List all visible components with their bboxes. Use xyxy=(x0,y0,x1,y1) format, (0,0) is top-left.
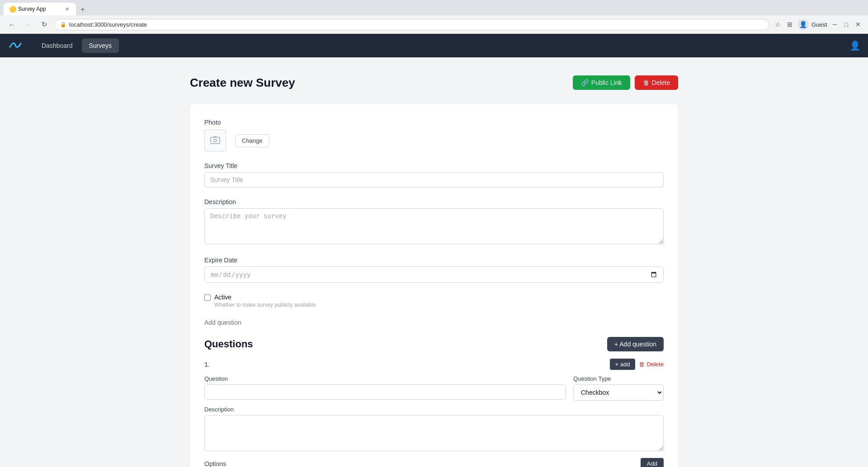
question-add-sm-button[interactable]: + add xyxy=(610,359,636,370)
profile-icon: 👤 xyxy=(798,19,809,30)
photo-preview xyxy=(204,130,226,151)
question-type-select[interactable]: Text Select Radio Checkbox Textarea xyxy=(573,384,664,401)
close-window-button[interactable]: ✕ xyxy=(854,19,863,30)
page-header: Create new Survey 🔗 Public Link 🗑 Delete xyxy=(190,75,678,90)
tab-favicon: 🟡 xyxy=(9,6,15,12)
svg-point-1 xyxy=(214,139,217,142)
browser-actions: ☆ ⊞ xyxy=(773,19,794,30)
nav-surveys[interactable]: Surveys xyxy=(82,38,119,53)
address-text: localhost:3000/surveys/create xyxy=(69,21,147,28)
svg-rect-0 xyxy=(211,137,220,144)
options-label: Options xyxy=(204,460,226,467)
question-description-label: Description xyxy=(204,406,664,413)
nav-user-icon[interactable]: 👤 xyxy=(849,40,861,51)
survey-title-input[interactable] xyxy=(204,172,664,187)
questions-section: Questions + Add question 1. + add 🗑 Dele… xyxy=(204,337,664,467)
active-checkbox[interactable] xyxy=(204,294,211,301)
active-checkbox-row: Active Whether to make survey publicly a… xyxy=(204,294,664,308)
form-card: Photo Change Survey Title Description xyxy=(190,104,678,467)
active-label-group: Active Whether to make survey publicly a… xyxy=(214,294,316,308)
change-photo-button[interactable]: Change xyxy=(235,134,269,147)
survey-title-section: Survey Title xyxy=(204,162,664,187)
questions-title: Questions xyxy=(204,338,253,350)
app-nav: Dashboard Surveys 👤 xyxy=(0,34,868,57)
maximize-button[interactable]: □ xyxy=(843,19,850,30)
active-section: Active Whether to make survey publicly a… xyxy=(204,294,664,308)
question-description-textarea[interactable] xyxy=(204,415,664,451)
question-fields-row: Question Question Type Text Select Radio… xyxy=(204,375,664,401)
back-button[interactable]: ← xyxy=(5,18,18,31)
description-section: Description xyxy=(204,198,664,246)
question-type-label: Question Type xyxy=(573,375,664,382)
add-option-button[interactable]: Add xyxy=(641,458,664,467)
question-description-group: Description xyxy=(204,406,664,453)
expire-date-input[interactable] xyxy=(204,266,664,283)
nav-dashboard[interactable]: Dashboard xyxy=(34,38,80,53)
nav-links: Dashboard Surveys xyxy=(34,38,849,53)
expire-date-section: Expire Date xyxy=(204,257,664,283)
description-textarea[interactable] xyxy=(204,208,664,244)
expire-date-label: Expire Date xyxy=(204,257,664,264)
public-link-button[interactable]: 🔗 Public Link xyxy=(573,75,630,90)
question-input[interactable] xyxy=(204,384,566,400)
photo-row: Change xyxy=(204,130,664,151)
profile-area[interactable]: 👤 Guest xyxy=(798,19,827,30)
add-question-link[interactable]: Add question xyxy=(204,319,241,326)
questions-header: Questions + Add question xyxy=(204,337,664,351)
photo-section: Photo Change xyxy=(204,119,664,151)
minimize-button[interactable]: ─ xyxy=(831,19,839,30)
browser-chrome: 🟡 Survey App ✕ + ← → ↻ 🔒 localhost:3000/… xyxy=(0,0,868,34)
address-bar[interactable]: 🔒 localhost:3000/surveys/create xyxy=(54,19,769,30)
question-number: 1. xyxy=(204,360,210,368)
question-field-label: Question xyxy=(204,375,566,382)
new-tab-button[interactable]: + xyxy=(77,4,88,15)
add-question-link-section: Add question xyxy=(204,319,664,326)
profile-label: Guest xyxy=(811,21,827,28)
app-logo xyxy=(7,37,24,55)
question-delete-label: Delete xyxy=(646,361,664,368)
add-question-button[interactable]: + Add question xyxy=(607,337,664,351)
main-content: Create new Survey 🔗 Public Link 🗑 Delete… xyxy=(163,57,705,467)
question-1-actions: + add 🗑 Delete xyxy=(610,359,664,370)
photo-label: Photo xyxy=(204,119,664,126)
active-label[interactable]: Active xyxy=(214,294,231,301)
question-1-header: 1. + add 🗑 Delete xyxy=(204,359,664,370)
reload-button[interactable]: ↻ xyxy=(38,18,51,31)
options-header: Options Add xyxy=(204,458,664,467)
tab-close-button[interactable]: ✕ xyxy=(63,5,71,13)
extensions-button[interactable]: ⊞ xyxy=(785,19,794,30)
question-type-group: Question Type Text Select Radio Checkbox… xyxy=(573,375,664,401)
question-field-group: Question xyxy=(204,375,566,401)
link-icon: 🔗 xyxy=(581,79,589,86)
delete-button[interactable]: 🗑 Delete xyxy=(635,75,678,90)
active-hint: Whether to make survey publicly availabl… xyxy=(214,302,316,308)
question-item: 1. + add 🗑 Delete Question xyxy=(204,359,664,467)
trash-sm-icon: 🗑 xyxy=(639,361,645,368)
trash-icon: 🗑 xyxy=(643,79,649,86)
description-label: Description xyxy=(204,198,664,205)
active-tab[interactable]: 🟡 Survey App ✕ xyxy=(4,3,76,15)
page-title: Create new Survey xyxy=(190,76,295,90)
bookmark-button[interactable]: ☆ xyxy=(773,19,783,30)
lock-icon: 🔒 xyxy=(60,22,66,28)
delete-label: Delete xyxy=(652,79,670,86)
browser-toolbar: ← → ↻ 🔒 localhost:3000/surveys/create ☆ … xyxy=(0,15,868,34)
tab-title: Survey App xyxy=(18,6,61,12)
public-link-label: Public Link xyxy=(591,79,622,86)
question-delete-sm-button[interactable]: 🗑 Delete xyxy=(639,359,664,370)
header-actions: 🔗 Public Link 🗑 Delete xyxy=(573,75,678,90)
forward-button[interactable]: → xyxy=(22,18,34,31)
survey-title-label: Survey Title xyxy=(204,162,664,169)
